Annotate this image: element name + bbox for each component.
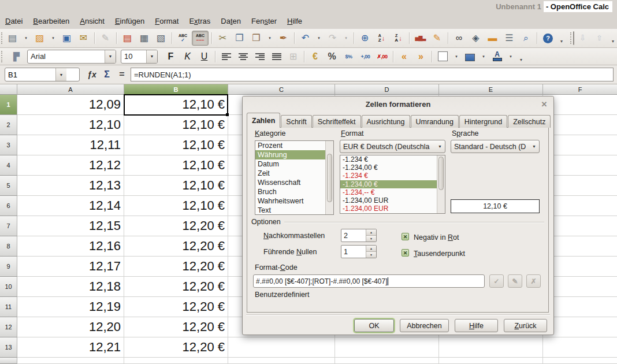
font-size-combo[interactable]: 10 ▼ <box>121 50 158 64</box>
sum-button[interactable]: Σ <box>99 68 114 81</box>
select-all-corner[interactable] <box>0 84 17 95</box>
format-paintbrush-button[interactable]: ✒ <box>276 31 291 45</box>
scrollbar[interactable] <box>437 155 445 213</box>
scrollbar-thumb[interactable] <box>438 157 444 190</box>
menu-einf-gen[interactable]: Einfügen <box>110 14 150 28</box>
cell-A14[interactable] <box>17 358 124 364</box>
save-button[interactable]: ▣ <box>59 31 75 45</box>
row-header-8[interactable]: 8 <box>0 236 17 257</box>
ok-button[interactable]: OK <box>354 319 394 332</box>
cell-D13[interactable] <box>335 337 439 358</box>
cell-A1[interactable]: 12,09 <box>17 95 124 115</box>
cell-A2[interactable]: 12,10 <box>17 115 124 135</box>
find-toolbar-overflow-button[interactable]: ▾ <box>608 31 617 45</box>
hyperlink-button[interactable]: ⊕ <box>357 31 373 45</box>
cancel-button[interactable]: Abbrechen <box>400 319 449 332</box>
gallery-button[interactable]: ▬ <box>485 31 500 45</box>
cell-B11[interactable]: 12,20 € <box>124 297 228 317</box>
cell-B1[interactable]: 12,10 € <box>124 95 228 115</box>
format-list-item[interactable]: -1.234,-- € <box>340 188 445 196</box>
cell-B2[interactable]: 12,10 € <box>124 115 228 135</box>
paste-dropdown[interactable]: ▾ <box>265 31 274 45</box>
find-toolbar-grip[interactable] <box>570 32 571 44</box>
tab-schrift[interactable]: Schrift <box>281 115 311 128</box>
column-header-d[interactable]: D <box>335 84 439 95</box>
cell-B4[interactable]: 12,10 € <box>124 155 228 176</box>
cell-C13[interactable] <box>228 337 335 358</box>
add-decimal-place-button[interactable]: +,00 <box>358 50 373 64</box>
column-header-e[interactable]: E <box>439 84 543 95</box>
decimal-places-spinner[interactable]: 2 ▲▼ <box>341 229 377 242</box>
category-prozent[interactable]: Prozent <box>255 141 333 150</box>
menu-datei[interactable]: Datei <box>0 14 28 28</box>
cut-button[interactable]: ✂ <box>215 31 231 45</box>
leading-zeros-spinner[interactable]: 1 ▲▼ <box>341 245 377 258</box>
row-header-2[interactable]: 2 <box>0 115 17 135</box>
auto-spellcheck-button[interactable]: ABC~~~ <box>192 31 209 46</box>
column-header-b[interactable]: B <box>124 84 228 95</box>
cell-B3[interactable]: 12,10 € <box>124 135 228 155</box>
format-dropdown[interactable]: EUR € Deutsch (Deutschla ▼ <box>340 140 445 153</box>
borders-button[interactable] <box>435 50 451 64</box>
align-left-button[interactable] <box>218 50 234 64</box>
new-document-button[interactable]: ▤ <box>5 31 20 45</box>
row-header-9[interactable]: 9 <box>0 257 17 277</box>
find-and-replace-button[interactable]: ∞ <box>451 31 467 45</box>
cell-F8[interactable] <box>543 236 617 257</box>
function-wizard-button[interactable]: ƒx <box>84 68 99 81</box>
undo-button[interactable]: ↶ <box>298 31 313 45</box>
menu-format[interactable]: Format <box>150 14 184 28</box>
spin-up-icon[interactable]: ▲ <box>366 229 376 236</box>
category-zeit[interactable]: Zeit <box>255 169 333 178</box>
cell-F10[interactable] <box>543 277 617 297</box>
menu-hilfe[interactable]: Hilfe <box>282 14 307 28</box>
format-currency-button[interactable]: € <box>307 50 323 64</box>
row-header-13[interactable]: 13 <box>0 337 17 358</box>
tab-ausrichtung[interactable]: Ausrichtung <box>362 115 410 128</box>
row-header-3[interactable]: 3 <box>0 135 17 155</box>
menu-ansicht[interactable]: Ansicht <box>75 14 110 28</box>
tab-zahlen[interactable]: Zahlen <box>247 113 280 128</box>
scrollbar-thumb[interactable] <box>327 154 332 202</box>
align-justify-button[interactable] <box>269 50 284 64</box>
italic-button[interactable]: K <box>180 50 195 64</box>
cell-F13[interactable] <box>543 337 617 358</box>
tab-hintergrund[interactable]: Hintergrund <box>459 115 507 128</box>
row-header-14[interactable] <box>0 358 17 364</box>
thousands-separator-checkbox[interactable] <box>402 249 409 257</box>
cell-F5[interactable] <box>543 176 617 196</box>
cell-F11[interactable] <box>543 297 617 317</box>
toolbar-overflow-button[interactable]: ▾ <box>557 31 566 45</box>
sort-descending-button[interactable]: ZA↓ <box>391 31 406 45</box>
spin-down-icon[interactable]: ▼ <box>366 236 376 242</box>
row-header-1[interactable]: 1 <box>0 95 17 115</box>
menu-daten[interactable]: Daten <box>215 14 246 28</box>
column-header-a[interactable]: A <box>17 84 124 95</box>
cell-B13[interactable]: 12,20 € <box>124 337 228 358</box>
tab-umrandung[interactable]: Umrandung <box>411 115 459 128</box>
show-draw-functions-button[interactable]: ✎ <box>429 31 445 45</box>
zoom-button[interactable]: ⌕ <box>518 31 534 45</box>
cell-F3[interactable] <box>543 135 617 155</box>
row-header-6[interactable]: 6 <box>0 196 17 216</box>
format-percent-button[interactable]: % <box>324 50 340 64</box>
spin-up-icon[interactable]: ▲ <box>366 246 376 252</box>
format-list-item[interactable]: -1.234 € <box>340 155 445 164</box>
format-list-item[interactable]: -1.234,00 € <box>340 180 445 188</box>
row-header-11[interactable]: 11 <box>0 297 17 317</box>
cell-F1[interactable] <box>543 95 617 115</box>
name-box-dropdown-button[interactable]: ▼ <box>55 68 66 81</box>
borders-dropdown[interactable]: ▾ <box>452 50 461 64</box>
menu-fenster[interactable]: Fenster <box>246 14 282 28</box>
cell-D14[interactable] <box>335 358 439 364</box>
export-pdf-button[interactable]: ▤ <box>120 31 135 45</box>
negative-red-checkbox[interactable] <box>402 233 409 240</box>
cell-B9[interactable]: 12,20 € <box>124 257 228 277</box>
font-name-combo[interactable]: Arial ▼ <box>27 50 116 64</box>
format-list-item[interactable]: -1.234,00 € <box>340 164 445 172</box>
cell-A3[interactable]: 12,11 <box>17 135 124 155</box>
format-list-item[interactable]: -1.234,00 EUR <box>340 205 445 213</box>
cell-F12[interactable] <box>543 317 617 337</box>
cell-B12[interactable]: 12,20 € <box>124 317 228 337</box>
cell-A6[interactable]: 12,14 <box>17 196 124 216</box>
